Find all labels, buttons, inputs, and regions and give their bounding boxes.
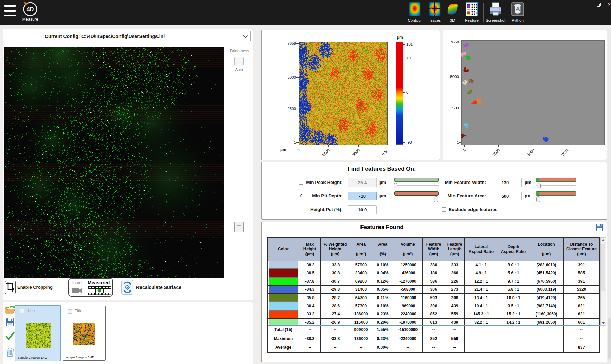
feature-color-cell bbox=[268, 286, 299, 294]
title-checkbox[interactable] bbox=[20, 309, 24, 313]
cell: 0.05% bbox=[372, 286, 393, 294]
column-header[interactable]: Max Height (µm) bbox=[299, 238, 321, 261]
trash-icon[interactable] bbox=[6, 347, 14, 357]
title-checkbox[interactable] bbox=[68, 309, 72, 314]
min-pit-depth-slider-thumb[interactable] bbox=[434, 196, 438, 202]
min-feature-area-slider[interactable] bbox=[536, 199, 576, 199]
gallery-item[interactable]: Title sample 1 region 3.4D bbox=[63, 306, 106, 361]
enable-cropping-button[interactable] bbox=[5, 281, 16, 294]
column-header[interactable]: Volume (µm³) bbox=[393, 238, 423, 261]
brightness-label: Brightness bbox=[226, 49, 254, 53]
recalculate-surface-button[interactable] bbox=[121, 280, 133, 295]
cell: 64700 bbox=[350, 294, 372, 302]
table-scrollbar-thumb[interactable] bbox=[601, 244, 605, 291]
min-peak-height-slider[interactable] bbox=[394, 185, 439, 186]
min-feature-width-input[interactable] bbox=[489, 178, 522, 187]
scroll-up-icon[interactable] bbox=[601, 239, 605, 241]
window-minimize-button[interactable]: – bbox=[586, 1, 593, 7]
x-axis-unit-label: µm bbox=[280, 147, 291, 152]
gallery-item[interactable]: Title sample 2 region 1.4D bbox=[15, 305, 61, 361]
min-pit-depth-slider[interactable] bbox=[394, 199, 439, 199]
cell: -508000 bbox=[393, 286, 423, 294]
tick-mark bbox=[358, 145, 359, 147]
toolbar-button-screenshot[interactable]: Screenshot bbox=[484, 2, 507, 22]
table-row[interactable]: -36.5-30.8234000.04%-4360001802664.9 : 1… bbox=[268, 269, 600, 277]
min-pit-depth-input[interactable] bbox=[348, 192, 377, 200]
table-row[interactable]: -33.2-27.41360000.23%-2240000852559145.3… bbox=[268, 310, 600, 319]
thumbnail-caption: sample 2 region 1.4D bbox=[18, 356, 47, 359]
summary-cell: -- bbox=[564, 326, 599, 334]
column-header[interactable]: Lateral Aspect Ratio bbox=[465, 238, 498, 261]
feature-color-cell bbox=[268, 310, 299, 319]
table-row[interactable]: -37.8-30.7692000.12%-127000058622612.2 :… bbox=[268, 277, 600, 286]
brightness-auto-button[interactable] bbox=[234, 57, 244, 66]
column-header[interactable]: % Weighted Height (µm) bbox=[321, 238, 350, 261]
y-tick-label: 7658 bbox=[444, 40, 459, 44]
min-feature-area-slider-thumb[interactable] bbox=[536, 196, 540, 202]
summary-cell: 837 bbox=[564, 343, 599, 352]
cell: 31400 bbox=[350, 286, 372, 294]
exclude-edge-features-checkbox[interactable] bbox=[442, 207, 446, 212]
summary-cell: 0.23% bbox=[372, 334, 393, 343]
min-feature-width-slider-thumb[interactable] bbox=[537, 183, 541, 188]
window-close-button[interactable]: × bbox=[606, 1, 611, 7]
column-header[interactable]: Depth Aspect Ratio bbox=[498, 238, 529, 261]
scroll-down-icon[interactable] bbox=[601, 322, 605, 324]
measured-label: Measured bbox=[88, 280, 110, 285]
brightness-slider-track[interactable] bbox=[239, 76, 239, 268]
min-pit-depth-checkbox[interactable] bbox=[299, 194, 303, 198]
min-feature-width-label: Min Feature Width: bbox=[441, 180, 486, 185]
column-header[interactable]: Distance To Closest Feature (µm) bbox=[564, 238, 599, 261]
apply-check-icon[interactable] bbox=[5, 331, 15, 340]
config-combobox[interactable]: Current Config: C:\4D\InSpec\Config\User… bbox=[6, 31, 251, 41]
cell: 593 bbox=[423, 294, 445, 302]
min-feature-width-slider[interactable] bbox=[536, 185, 576, 186]
menu-hamburger-icon[interactable] bbox=[4, 5, 16, 18]
cell: 5320 bbox=[564, 286, 599, 294]
column-header[interactable]: Area (µm²) bbox=[350, 238, 372, 261]
live-measured-toggle[interactable]: Live Measured bbox=[68, 278, 113, 297]
cell: -35.2 bbox=[299, 319, 321, 325]
min-peak-height-checkbox[interactable] bbox=[299, 180, 303, 185]
min-peak-height-input[interactable] bbox=[348, 178, 377, 187]
toolbar-button-python[interactable]: Python bbox=[506, 2, 530, 22]
min-peak-height-slider-thumb[interactable] bbox=[394, 183, 397, 188]
toolbar-button-feature[interactable]: Feature bbox=[460, 2, 484, 22]
column-header[interactable]: Feature Length (µm) bbox=[445, 238, 465, 261]
min-pit-depth-range-bar bbox=[394, 191, 439, 196]
table-row[interactable]: -34.3-29.3314000.05%-50800030627321.4 : … bbox=[268, 286, 600, 294]
window-scrollbar-thumb[interactable] bbox=[608, 318, 611, 359]
min-feature-area-input[interactable] bbox=[489, 192, 522, 200]
summary-cell: -- bbox=[445, 343, 465, 352]
tick-mark bbox=[296, 43, 299, 44]
column-header[interactable]: Location (µm) bbox=[529, 238, 564, 261]
table-scrollbar[interactable] bbox=[600, 237, 606, 326]
table-row[interactable]: -38.2-33.8579000.10%-12500002803334.1 : … bbox=[268, 261, 600, 269]
y-tick-label: 7658 bbox=[281, 41, 296, 45]
cell: 306 bbox=[423, 286, 445, 294]
brightness-slider-handle[interactable] bbox=[234, 222, 244, 232]
window-scrollbar[interactable] bbox=[608, 29, 611, 364]
cell: -33.8 bbox=[321, 261, 350, 269]
summary-cell bbox=[465, 343, 498, 352]
column-header[interactable]: Color bbox=[268, 238, 299, 261]
column-header[interactable]: Area (%) bbox=[372, 238, 393, 261]
chevron-down-icon bbox=[243, 33, 248, 38]
table-row[interactable]: -35.2-26.91160000.20%-197000061343932.2 … bbox=[268, 319, 600, 325]
column-header[interactable]: Feature Width (µm) bbox=[423, 238, 445, 261]
summary-cell bbox=[465, 326, 498, 334]
open-folder-icon[interactable] bbox=[5, 306, 15, 314]
cell: -27.4 bbox=[321, 310, 350, 319]
feature-color-cell bbox=[268, 302, 299, 310]
summary-label-cell: Average bbox=[268, 343, 299, 352]
save-table-icon[interactable] bbox=[595, 223, 604, 231]
feature-color-swatch bbox=[269, 310, 298, 318]
table-row[interactable]: -35.8-28.7647000.11%-116000059330613.4 :… bbox=[268, 294, 600, 302]
height-pct-input[interactable] bbox=[348, 205, 377, 214]
min-peak-height-range-bar bbox=[394, 178, 439, 182]
table-row[interactable]: -36.4-28.6573000.10%-96900030643910.4 : … bbox=[268, 302, 600, 310]
cell: 0.12% bbox=[372, 277, 393, 286]
save-icon[interactable] bbox=[6, 318, 15, 327]
y-tick-label: 1 bbox=[444, 140, 459, 145]
cell: 439 bbox=[445, 302, 465, 310]
